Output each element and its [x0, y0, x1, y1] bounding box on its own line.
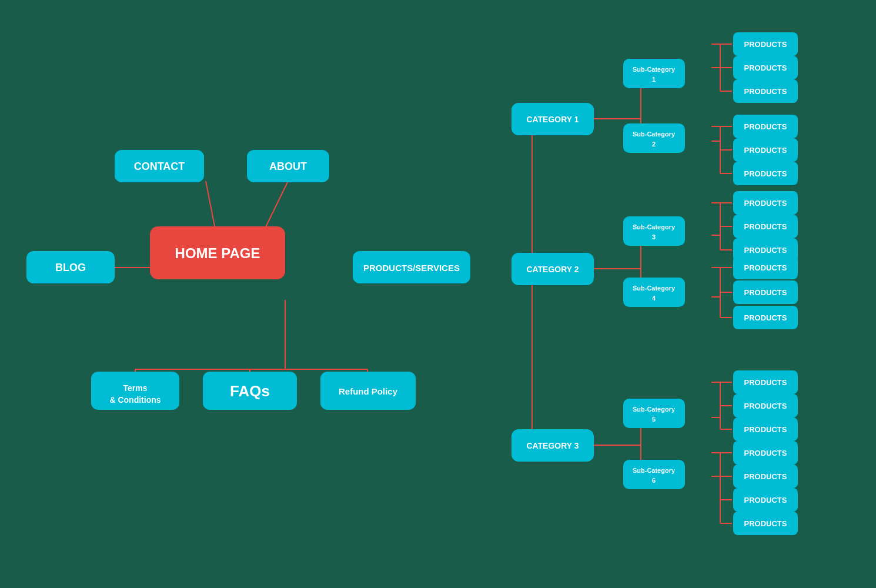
sc2-product2-label: PRODUCTS: [744, 146, 787, 155]
sc1-product2-label: PRODUCTS: [744, 64, 787, 72]
connector-home-about: [265, 181, 288, 229]
sc5-product1-label: PRODUCTS: [744, 378, 787, 387]
subcat1-node[interactable]: [623, 59, 685, 88]
sc3-product1-label: PRODUCTS: [744, 199, 787, 208]
refund-label: Refund Policy: [339, 386, 398, 396]
sc5-product2-label: PRODUCTS: [744, 402, 787, 410]
contact-label: CONTACT: [134, 161, 185, 172]
sc4-product2-label: PRODUCTS: [744, 288, 787, 297]
subcat4-node[interactable]: [623, 278, 685, 307]
cat1-label: CATEGORY 1: [526, 115, 579, 124]
sc6-product4-label: PRODUCTS: [744, 519, 787, 528]
sc2-product1-label: PRODUCTS: [744, 122, 787, 131]
sc3-product2-label: PRODUCTS: [744, 222, 787, 231]
subcat4-label2: 4: [652, 295, 656, 302]
sc6-product1-label: PRODUCTS: [744, 449, 787, 457]
subcat3-label: Sub-Category: [633, 223, 676, 230]
sc4-product3-label: PRODUCTS: [744, 313, 787, 322]
site-map-diagram: HOME PAGE CONTACT ABOUT BLOG PRODUCTS/SE…: [0, 0, 876, 588]
sc5-product3-label: PRODUCTS: [744, 425, 787, 434]
subcat1-label2: 1: [652, 76, 656, 83]
subcat2-label2: 2: [652, 141, 656, 148]
home-page-label: HOME PAGE: [175, 245, 260, 261]
about-label: ABOUT: [269, 161, 307, 172]
subcat1-label: Sub-Category: [633, 66, 676, 73]
subcat6-label: Sub-Category: [633, 467, 676, 474]
products-services-label: PRODUCTS/SERVICES: [363, 263, 460, 273]
subcat6-node[interactable]: [623, 460, 685, 489]
subcat3-node[interactable]: [623, 216, 685, 246]
sc3-product3-label: PRODUCTS: [744, 246, 787, 255]
sc6-product2-label: PRODUCTS: [744, 472, 787, 481]
terms-label2: & Conditions: [109, 395, 161, 405]
subcat5-label: Sub-Category: [633, 406, 676, 413]
subcat2-label: Sub-Category: [633, 131, 676, 138]
subcat5-label2: 5: [652, 416, 656, 423]
sc1-product1-label: PRODUCTS: [744, 40, 787, 49]
terms-label: Terms: [123, 383, 148, 393]
sc6-product3-label: PRODUCTS: [744, 496, 787, 505]
sc4-product1-label: PRODUCTS: [744, 263, 787, 272]
sc2-product3-label: PRODUCTS: [744, 169, 787, 178]
blog-label: BLOG: [55, 262, 86, 273]
subcat5-node[interactable]: [623, 399, 685, 428]
subcat2-node[interactable]: [623, 123, 685, 153]
subcat3-label2: 3: [652, 233, 656, 240]
subcat6-label2: 6: [652, 477, 656, 484]
cat3-label: CATEGORY 3: [526, 441, 579, 450]
cat2-label: CATEGORY 2: [526, 265, 579, 274]
faqs-label: FAQs: [230, 382, 270, 400]
subcat4-label: Sub-Category: [633, 285, 676, 292]
sc1-product3-label: PRODUCTS: [744, 87, 787, 96]
